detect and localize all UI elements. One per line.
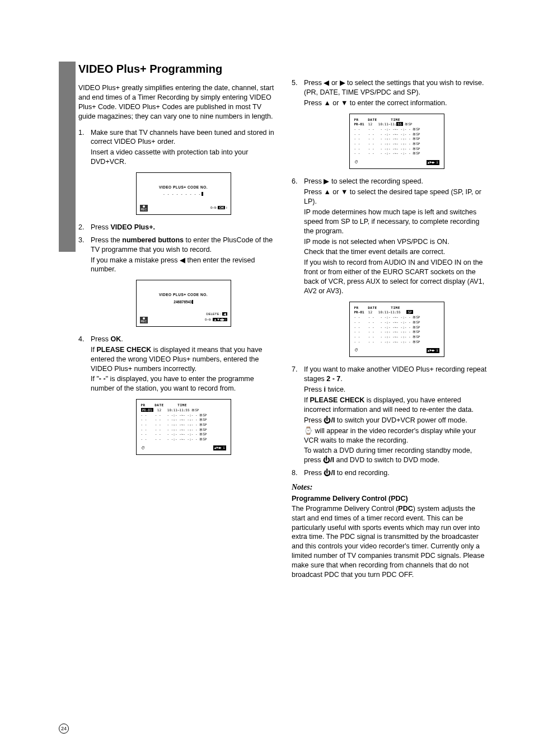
left-steps: 1. Make sure that TV channels have been … [78,128,276,461]
intro-text: VIDEO Plus+ greatly simplifies entering … [78,83,276,121]
step-4: 4. Press OK. If PLEASE CHECK is displaye… [78,335,276,461]
key-name: - - [99,375,106,383]
timer-row: - - - - - -:- -~- -:- - 羊SP [354,142,439,147]
osd-screen-1: VIDEO PLUS+ CODE NO. - - - - - - - - - R… [136,172,231,215]
txt: and DVD to switch to DVD mode. [334,456,439,464]
osd-code: 246876543 [140,300,227,304]
step-text: Press OK. [91,335,276,344]
osd-title: VIDEO PLUS+ CODE NO. [140,293,227,297]
timer-row: - - - - - -:- -~- -:- - 羊SP [141,428,226,433]
right-steps: 5. Press ◀ or ▶ to select the settings t… [292,78,489,479]
right-arrow-icon: ▶ [340,79,345,87]
txt: ) system adjusts the start and end times… [292,505,484,579]
up-arrow-icon: ▲ [324,99,330,107]
clock-icon: ⏱ [141,445,145,451]
left-column: VIDEO Plus+ Programming VIDEO Plus+ grea… [78,62,276,580]
key-name: OK [110,335,121,343]
key-name: PLEASE CHECK [310,396,364,404]
timer-header: PR DATE TIME [141,403,226,408]
timer-row: - - - - - -:- -~- -:- - 羊SP [354,127,439,132]
txt: If " [91,375,99,383]
timer-row: - - - - - -:- -~- -:- - 羊SP [141,422,226,428]
arrows-badge: ▲▼◀▶ i [213,318,227,321]
step-3: 3. Press the numbered buttons to enter t… [78,236,276,332]
timer-table-2: PR DATE TIME PR-01 12 10:11~11:55 羊SP - … [349,114,444,170]
txt: or [329,79,339,87]
timer-row: - - - - - -:- -~- -:- - 羊SP [141,432,226,437]
timer-table-1: PR DATE TIME PR-01 12 10:11~11:55 羊SP - … [136,399,231,455]
step-text: Press ⏻/I to switch your DVD+VCR power o… [304,416,489,425]
step-num: 8. [292,468,304,479]
timer-row: - - - - - -:- -~- -:- - 羊SP [354,132,439,137]
timer-row: - - - - - -:- -~- -:- - 羊SP [354,147,439,152]
timer-row: PR-01 12 10:11~11:55 羊SP [141,408,226,413]
txt: Press [91,335,110,343]
step-8: 8. Press ⏻/I to end recording. [292,468,489,479]
txt: Press [304,99,324,107]
key-name: VIDEO Plus+. [110,223,155,231]
rec-icon: REC [140,317,148,323]
timer-row: - - - - - -:- -~- -:- - 羊SP [141,417,226,422]
notes-heading: Notes: [292,482,489,493]
i-label: i [226,206,227,209]
txt: The Programme Delivery Control ( [292,505,398,513]
power-icon: ⏻/I [323,456,334,464]
pdc-heading: Programme Delivery Control (PDC) [292,494,489,504]
step-2: 2. Press VIDEO Plus+. [78,223,276,233]
txt: Press [304,188,324,196]
page-title: VIDEO Plus+ Programming [78,62,276,77]
timer-header: PR DATE TIME [354,306,439,311]
step-text: To watch a DVD during timer recording st… [304,446,489,465]
timer-row: - - - - - -:- -~- -:- - 羊SP [354,335,439,340]
left-arrow-icon: ◀ [324,79,329,87]
txt: Press [304,469,324,477]
step-6: 6. Press ▶ to select the recording speed… [292,177,489,363]
step-num: 7. [292,365,304,466]
step-text: If PLEASE CHECK is displayed it means th… [91,345,276,374]
step-text: Check that the timer event details are c… [304,247,489,257]
step-text: Press ▲ or ▼ to enter the correct inform… [304,98,489,108]
txt: to switch your DVD+VCR power off mode. [335,416,467,424]
left-arrow-icon: ◀ [180,256,185,264]
step-text: IP mode determines how much tape is left… [304,208,489,236]
power-icon: ⏻/I [324,469,335,477]
txt: will appear in the video recorder's disp… [304,427,476,444]
step-text: ⌚ will appear in the video recorder's di… [304,426,489,445]
step-1: 1. Make sure that TV channels have been … [78,128,276,220]
txt: If you make a mistake press [91,256,180,264]
step-text: If PLEASE CHECK is displayed, you have e… [304,396,489,415]
arrows-badge: ▲▼◀▶ i [427,348,439,353]
txt: to select the recording speed. [329,177,423,185]
step-text: If you make a mistake press ◀ then enter… [91,256,276,275]
osd-code: - - - - - - - - - [140,192,227,196]
arrows-badge: ▲▼◀▶ i [427,160,439,165]
step-text: If you want to make another VIDEO Plus+ … [304,365,489,384]
step-text: Press the numbered buttons to enter the … [91,236,276,255]
key-name: PDC [398,505,413,513]
side-tab [59,62,76,252]
timer-header: PR DATE TIME [354,118,439,123]
txt: or [331,188,341,196]
timer-row: - - - - - -:- -~- -:- - 羊SP [354,137,439,142]
up-arrow-icon: ▲ [324,188,330,196]
step-num: 1. [78,128,91,220]
step-num: 5. [292,78,304,175]
right-column: 5. Press ◀ or ▶ to select the settings t… [292,62,489,580]
right-arrow-icon: ▶ [324,177,329,185]
step-num: 6. [292,177,304,363]
timer-row: - - - - - -:- -~- -:- - 羊SP [354,325,439,330]
txt: to end recording. [335,469,389,477]
clock-icon: ⌚ [304,427,313,435]
step-text: If "- -" is displayed, you have to enter… [91,374,276,393]
step-text: Press ⏻/I to end recording. [304,468,489,478]
step-text: Press i twice. [304,385,489,395]
power-icon: ⏻/I [324,416,335,424]
step-text: Insert a video cassette with protection … [91,148,276,167]
osd-hint: 0~9: OK i [210,206,227,210]
step-num: 3. [78,236,91,332]
hint-nums: 0~9: [210,206,217,209]
step-text: Press ▶ to select the recording speed. [304,177,489,186]
timer-row: - - - - - -:- -~- -:- - 羊SP [141,437,226,442]
txt: Press [304,386,324,393]
step-num: 2. [78,223,91,233]
